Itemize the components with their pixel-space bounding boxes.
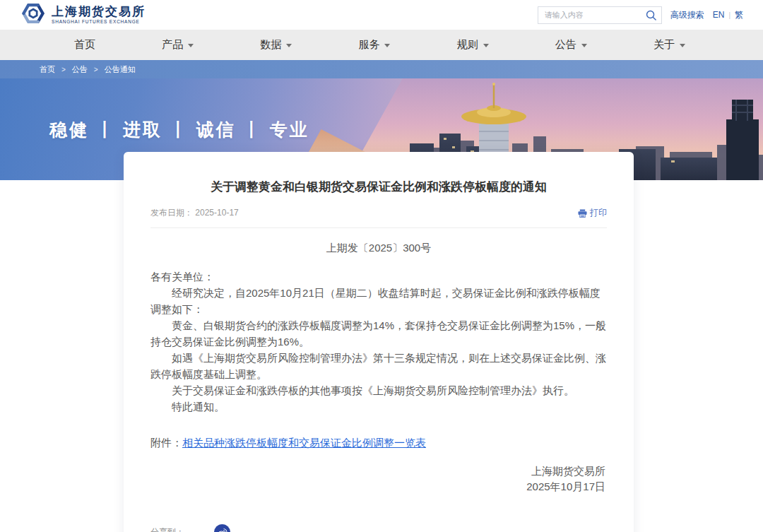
header-search-box[interactable]: [538, 6, 662, 24]
nav-item-rules[interactable]: 规则: [457, 38, 489, 52]
chevron-down-icon: [188, 44, 194, 47]
chevron-down-icon: [680, 44, 685, 47]
paragraph: 各有关单位：: [150, 268, 607, 285]
paragraph: 经研究决定，自2025年10月21日（星期二）收盘结算时起，交易保证金比例和涨跌…: [150, 285, 607, 317]
nav-item-announcements[interactable]: 公告: [555, 38, 587, 52]
nav-item-home[interactable]: 首页: [74, 38, 95, 52]
site-title: 上海期货交易所: [52, 6, 146, 18]
lang-traditional-link[interactable]: 繁: [735, 9, 743, 21]
signature-org: 上海期货交易所: [150, 463, 605, 479]
chevron-down-icon: [581, 44, 587, 47]
lang-separator: |: [728, 11, 731, 19]
site-logo[interactable]: 上海期货交易所 SHANGHAI FUTURES EXCHANGE: [21, 1, 146, 28]
attachment-row: 附件：相关品种涨跌停板幅度和交易保证金比例调整一览表: [150, 437, 607, 450]
main-nav: 首页 产品 数据 服务 规则 公告 关于: [0, 30, 763, 60]
breadcrumb-separator: >: [94, 66, 98, 73]
search-input[interactable]: [545, 11, 645, 19]
header-divider: [150, 227, 607, 228]
breadcrumb-separator: >: [61, 66, 66, 73]
print-button[interactable]: 打印: [578, 207, 607, 219]
top-header: 上海期货交易所 SHANGHAI FUTURES EXCHANGE 高级搜索 E…: [0, 0, 763, 30]
breadcrumb-home[interactable]: 首页: [40, 64, 55, 75]
share-label: 分享到：: [150, 526, 184, 532]
nav-item-services[interactable]: 服务: [358, 38, 390, 52]
paragraph: 黄金、白银期货合约的涨跌停板幅度调整为14%，套保持仓交易保证金比例调整为15%…: [150, 317, 607, 350]
signature-block: 上海期货交易所 2025年10月17日: [150, 463, 607, 495]
breadcrumb-announcements[interactable]: 公告: [72, 64, 88, 75]
paragraph: 如遇《上海期货交易所风险控制管理办法》第十三条规定情况，则在上述交易保证金比例、…: [150, 350, 607, 382]
article-body: 各有关单位： 经研究决定，自2025年10月21日（星期二）收盘结算时起，交易保…: [150, 268, 607, 415]
nav-item-products[interactable]: 产品: [162, 38, 194, 52]
weibo-share-button[interactable]: [214, 524, 230, 532]
shfe-hexagon-logo-icon: [21, 1, 45, 28]
breadcrumb: 首页 > 公告 > 公告通知: [0, 60, 763, 78]
site-subtitle: SHANGHAI FUTURES EXCHANGE: [52, 19, 146, 24]
article-card: 关于调整黄金和白银期货交易保证金比例和涨跌停板幅度的通知 发布日期： 2025-…: [124, 152, 634, 532]
paragraph: 关于交易保证金和涨跌停板的其他事项按《上海期货交易所风险控制管理办法》执行。: [150, 382, 607, 398]
article-meta: 发布日期： 2025-10-17 打印: [150, 207, 607, 219]
breadcrumb-notice-list[interactable]: 公告通知: [105, 64, 136, 75]
banner-slogan: 稳健 丨 进取 丨 诚信 丨 专业: [49, 118, 309, 141]
search-icon[interactable]: [645, 9, 657, 21]
advanced-search-link[interactable]: 高级搜索: [670, 9, 704, 21]
nav-item-about[interactable]: 关于: [653, 38, 685, 52]
signature-date: 2025年10月17日: [150, 479, 605, 495]
attachment-link[interactable]: 相关品种涨跌停板幅度和交易保证金比例调整一览表: [182, 437, 426, 449]
chevron-down-icon: [286, 44, 292, 47]
article-title: 关于调整黄金和白银期货交易保证金比例和涨跌停板幅度的通知: [150, 152, 607, 195]
lang-en-link[interactable]: EN: [713, 10, 725, 20]
share-row: 分享到：: [150, 524, 607, 532]
nav-item-data[interactable]: 数据: [260, 38, 292, 52]
chevron-down-icon: [384, 44, 390, 47]
printer-icon: [578, 209, 587, 218]
chevron-down-icon: [483, 44, 489, 47]
print-label: 打印: [590, 207, 607, 219]
paragraph: 特此通知。: [150, 398, 607, 415]
weibo-icon: [217, 527, 227, 532]
publish-date-label: 发布日期：: [150, 208, 193, 218]
document-number: 上期发〔2025〕300号: [150, 242, 607, 255]
attachment-label: 附件：: [150, 437, 182, 449]
publish-date-value: 2025-10-17: [195, 208, 238, 218]
